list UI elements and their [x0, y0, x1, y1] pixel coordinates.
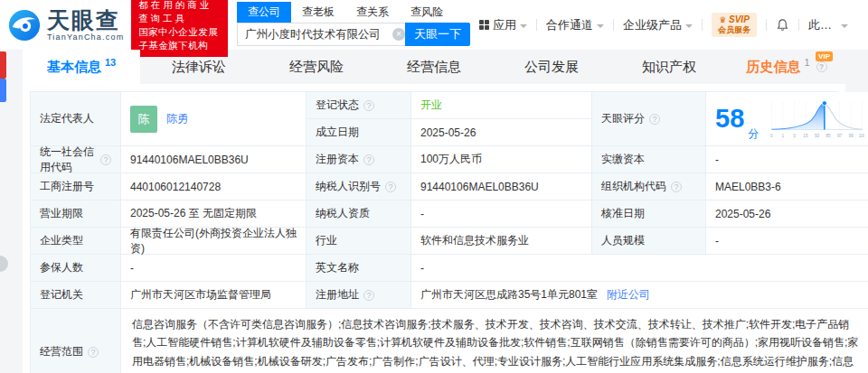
svg-text:85: 85 [826, 133, 832, 137]
status-badge: 开业 [420, 98, 442, 113]
company-type-label-cell: 企业类型 [31, 228, 121, 255]
vip-badge: VIP [816, 51, 833, 61]
taxpayer-quality-label-cell: 纳税人资质 [307, 200, 411, 228]
slogan-line1: 都在用的商业查询工具 [138, 0, 221, 25]
chevron-down-icon [597, 24, 604, 28]
paid-capital-value-cell: - [706, 146, 868, 173]
clear-search-icon[interactable] [392, 28, 405, 41]
business-scope-label-cell: 经营范围 [31, 309, 121, 373]
nav-more-label: 此处有... [808, 17, 837, 33]
reg-number-label-cell: 工商注册号 [31, 173, 121, 200]
reg-status-value-cell: 开业 [411, 92, 592, 119]
tab-intellectual-property[interactable]: 知识产权 [610, 50, 728, 84]
help-icon[interactable] [649, 114, 660, 125]
search-button[interactable]: 天眼一下 [405, 23, 470, 46]
logo-domain: TianYanCha.com [47, 33, 124, 42]
basic-info-table: 法定代表人 陈 陈勇 登记状态 开业 天眼评分 58 分 [30, 91, 838, 373]
side-float-circle [0, 256, 8, 272]
taxpayer-quality-value-cell: - [411, 200, 592, 228]
insured-count-value-cell: - [121, 255, 307, 282]
slogan-banner: 都在用的商业查询工具 国家中小企业发展子基金旗下机构 [131, 0, 228, 57]
est-date-label-cell: 成立日期 [307, 119, 411, 146]
tab-history-info[interactable]: VIP 历史信息 1 [728, 50, 845, 84]
org-code-label-cell: 组织机构代码 [592, 173, 706, 200]
staff-size-label-cell: 人员规模 [592, 228, 706, 255]
industry-value-cell: 软件和信息技术服务业 [411, 228, 592, 255]
org-code-value-cell: MAEL0BB3-6 [706, 173, 868, 200]
crown-icon: ♛ [719, 15, 726, 24]
top-header: 天眼查 TianYanCha.com 都在用的商业查询工具 国家中小企业发展子基… [0, 0, 868, 50]
help-icon[interactable] [363, 100, 374, 111]
approval-date-value-cell: 2025-05-26 [706, 200, 868, 228]
tianyancha-logo-icon [7, 8, 42, 42]
avatar[interactable]: 陈 [130, 106, 157, 133]
svg-text:3: 3 [793, 133, 796, 137]
tab-operating-info[interactable]: 经营信息 [375, 50, 493, 84]
tab-basic-info[interactable]: 基本信息13 [23, 50, 140, 84]
svg-text:97: 97 [837, 133, 843, 137]
insured-count-label-cell: 参保人数 [31, 255, 121, 282]
approval-date-label-cell: 核准日期 [592, 200, 706, 228]
nearby-companies-link[interactable]: 附近公司 [607, 287, 650, 303]
side-float-red-tab[interactable] [0, 51, 6, 79]
help-icon[interactable] [816, 61, 827, 72]
score-value-cell[interactable]: 58 分 [706, 92, 868, 146]
search-tab-boss[interactable]: 查老板 [291, 2, 345, 23]
tab-operating-risk[interactable]: 经营风险 [258, 50, 375, 84]
credit-code-label-cell: 统一社会信用代码 [31, 146, 121, 173]
top-nav: 应用 合作通道 企业级产品 ♛ SVIP 会员服务 此处有... [470, 13, 857, 37]
search-tab-relation[interactable]: 查关系 [345, 2, 400, 23]
svg-text:1: 1 [782, 133, 785, 137]
tab-count: 1 [804, 57, 809, 68]
legal-rep-label-cell: 法定代表人 [31, 92, 121, 146]
nav-apps-label: 应用 [493, 17, 516, 33]
svg-text:50: 50 [815, 133, 820, 137]
svg-text:100: 100 [859, 133, 864, 137]
reg-status-label-cell: 登记状态 [307, 92, 411, 119]
basic-info-card: 法定代表人 陈 陈勇 登记状态 开业 天眼评分 58 分 [23, 84, 845, 373]
nav-more[interactable]: 此处有... [799, 17, 857, 33]
business-scope-value-cell: 信息咨询服务（不含许可类信息咨询服务）;信息技术咨询服务;技术服务、技术开发、技… [121, 309, 868, 373]
svg-text:99: 99 [849, 133, 854, 137]
help-icon[interactable] [385, 182, 396, 192]
search-tab-company[interactable]: 查公司 [237, 2, 291, 23]
help-icon[interactable] [100, 154, 111, 165]
svg-text:15: 15 [804, 133, 809, 137]
help-icon[interactable] [363, 154, 374, 165]
nav-partner-label: 合作通道 [546, 17, 593, 33]
taxpayer-id-label-cell: 纳税人识别号 [307, 173, 411, 200]
help-icon[interactable] [88, 347, 99, 358]
side-float-blue-tab[interactable] [0, 79, 6, 102]
reg-address-text: 广州市天河区思成路35号1单元801室 [420, 287, 598, 303]
nav-enterprise-label: 企业级产品 [623, 17, 682, 33]
tianyancha-logo[interactable]: 天眼查 TianYanCha.com [7, 8, 124, 42]
legal-rep-value-cell: 陈 陈勇 [121, 92, 307, 146]
reg-address-value-cell: 广州市天河区思成路35号1单元801室 附近公司 [411, 282, 868, 309]
reg-number-value-cell: 440106012140728 [121, 173, 307, 200]
english-name-value-cell: - [411, 255, 868, 282]
paid-capital-label-cell: 实缴资本 [592, 146, 706, 173]
help-icon[interactable] [363, 290, 374, 301]
est-date-value-cell: 2025-05-26 [411, 119, 592, 146]
section-tabbar: 基本信息13 法律诉讼 经营风险 经营信息 公司发展 知识产权 VIP 历史信息… [0, 50, 868, 84]
search-tab-risk[interactable]: 查风险 [400, 2, 454, 23]
notification-bell-icon[interactable] [767, 18, 798, 32]
reg-address-label-cell: 注册地址 [307, 282, 411, 309]
search-input[interactable] [237, 23, 412, 46]
slogan-line2: 国家中小企业发展子基金旗下机构 [138, 25, 221, 52]
legal-rep-link[interactable]: 陈勇 [166, 111, 188, 126]
tab-company-development[interactable]: 公司发展 [493, 50, 610, 84]
nav-enterprise-products[interactable]: 企业级产品 [614, 17, 702, 33]
taxpayer-id-value-cell: 91440106MAEL0BB36U [411, 173, 592, 200]
industry-label-cell: 行业 [307, 228, 411, 255]
svg-text:0: 0 [770, 133, 773, 137]
tab-count: 13 [105, 57, 116, 68]
svip-member-service[interactable]: ♛ SVIP 会员服务 [703, 13, 766, 37]
tab-legal-proceedings[interactable]: 法律诉讼 [140, 50, 258, 84]
nav-partner-channel[interactable]: 合作通道 [537, 17, 613, 33]
help-icon[interactable] [671, 182, 682, 192]
chevron-down-icon [841, 24, 848, 28]
score-value: 58 [715, 106, 744, 132]
nav-apps[interactable]: 应用 [470, 17, 536, 33]
company-type-value-cell: 有限责任公司(外商投资企业法人独资) [121, 228, 307, 255]
